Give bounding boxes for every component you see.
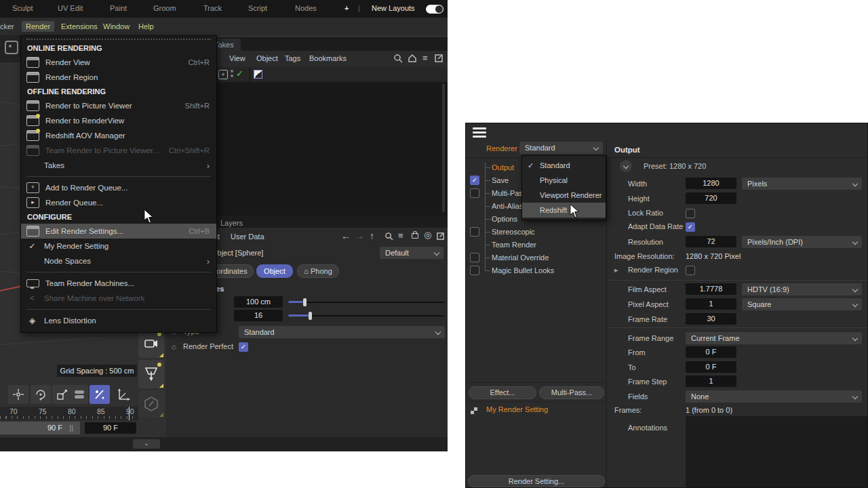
layout-tab-uvedit[interactable]: UV Edit [58, 4, 83, 12]
target-icon[interactable]: ◎ [424, 230, 431, 240]
om-home-icon[interactable] [408, 54, 417, 63]
new-layouts-toggle[interactable] [426, 5, 443, 14]
om-add-icon[interactable]: + [218, 70, 228, 79]
settings-item-save[interactable]: Save [492, 174, 509, 187]
radius-slider[interactable] [288, 302, 444, 303]
radius-field[interactable]: 100 cm [234, 296, 283, 308]
menu-extensions[interactable]: Extensions [57, 21, 102, 32]
menu-item-render-view[interactable]: Render ViewCtrl+R [21, 55, 216, 70]
option-viewport-renderer[interactable]: Viewport Renderer [522, 188, 606, 203]
playhead[interactable] [129, 407, 130, 420]
height-field[interactable]: 720 [686, 192, 736, 204]
resolution-unit-dropdown[interactable]: Pixels/Inch (DPI) [742, 236, 862, 248]
menu-item-render-queue[interactable]: ▸ Render Queue... [21, 195, 216, 210]
layout-tab-track[interactable]: Track [203, 4, 222, 12]
width-field[interactable]: 1280 [686, 178, 736, 189]
back-icon[interactable]: ← [341, 230, 351, 241]
width-unit-dropdown[interactable]: Pixels [742, 178, 862, 190]
resolution-field[interactable]: 72 [686, 236, 736, 247]
om-menu-bookmarks[interactable]: Bookmarks [309, 54, 347, 62]
from-field[interactable]: 0 F [686, 346, 736, 358]
hamburger-menu-icon[interactable] [473, 127, 486, 140]
menu-item-add-to-render-queue[interactable]: + Add to Render Queue... [21, 180, 216, 195]
layout-tab-groom[interactable]: Groom [153, 4, 176, 12]
menu-window[interactable]: Window [99, 21, 134, 32]
stereoscopic-checkbox[interactable] [470, 227, 479, 237]
material-override-checkbox[interactable] [470, 253, 479, 262]
tab-phong[interactable]: ⌂ Phong [297, 264, 339, 278]
enabled-check-icon[interactable]: ✓ [236, 68, 243, 79]
settings-item-output[interactable]: Output [492, 161, 514, 174]
up-icon[interactable]: ↑ [370, 230, 374, 241]
fields-dropdown[interactable]: None [686, 390, 862, 403]
scale-tool-icon[interactable] [52, 385, 73, 404]
effect-button[interactable]: Effect... [469, 386, 536, 399]
am-search-icon[interactable] [384, 231, 393, 241]
om-menu-tags[interactable]: Tags [285, 54, 300, 62]
preset-expand-button[interactable] [620, 160, 632, 172]
menu-item-lens-distortion[interactable]: ◈ Lens Distortion [21, 313, 216, 328]
mode-dropdown[interactable]: Default [380, 247, 443, 259]
layout-tab-script[interactable]: Script [248, 4, 267, 12]
segments-field[interactable]: 16 [234, 310, 283, 321]
film-aspect-dropdown[interactable]: HDTV (16:9) [742, 283, 862, 296]
menu-render[interactable]: Render [22, 21, 54, 32]
visibility-dot-icon[interactable] [231, 75, 233, 77]
snap-tool-icon[interactable] [90, 385, 110, 404]
frame-step-field[interactable]: 1 [686, 375, 736, 387]
pixel-aspect-field[interactable]: 1 [686, 298, 736, 310]
pixel-aspect-dropdown[interactable]: Square [742, 298, 862, 310]
render-region-checkbox[interactable] [686, 266, 695, 275]
magic-bullet-checkbox[interactable] [470, 266, 479, 275]
renderer-dropdown[interactable]: Standard [519, 142, 603, 154]
edit-tool-icon[interactable] [138, 390, 164, 418]
om-menu-view[interactable]: View [229, 54, 245, 62]
menu-item-edit-render-settings[interactable]: Edit Render Settings...Ctrl+B [21, 224, 216, 239]
layout-tab-nodes[interactable]: Nodes [295, 4, 317, 12]
object-list-area[interactable] [216, 82, 448, 216]
timeline-ruler[interactable]: 70 75 80 85 90 [0, 407, 138, 420]
menu-item-render-to-picture-viewer[interactable]: Render to Picture ViewerShift+R [21, 98, 216, 113]
settings-item-magic-bullet-looks[interactable]: Magic Bullet Looks [492, 264, 554, 277]
multipass-button[interactable]: Multi-Pass... [539, 386, 604, 399]
settings-item-stereoscopic[interactable]: Stereoscopic [492, 226, 535, 239]
menu-item-team-render-machines[interactable]: Team Render Machines... [21, 276, 216, 291]
preset-label[interactable]: Preset: 868 x 488 [644, 162, 706, 170]
end-frame-field[interactable]: 90 F [85, 422, 136, 434]
om-open-icon[interactable] [434, 54, 443, 63]
viewport-filter-icon[interactable] [5, 41, 18, 54]
menu-item-render-to-renderview[interactable]: Render to RenderView [21, 113, 216, 128]
lock-icon[interactable] [412, 233, 418, 239]
to-field[interactable]: 0 F [686, 361, 736, 373]
annotations-textarea[interactable] [686, 416, 867, 487]
settings-item-material-override[interactable]: Material Override [492, 251, 549, 264]
settings-item-options[interactable]: Options [492, 213, 517, 226]
tab-object[interactable]: Object [256, 264, 293, 278]
option-physical[interactable]: Physical [522, 173, 606, 188]
render-setting-button[interactable]: Render Setting... [468, 475, 605, 487]
new-layouts-label[interactable]: New Layouts [372, 4, 415, 12]
rotate-tool-icon[interactable] [31, 385, 51, 404]
modes-tool-icon[interactable] [71, 385, 88, 404]
om-filter-icon[interactable]: ≡ [422, 53, 428, 63]
render-perfect-checkbox[interactable]: ✓ [239, 342, 248, 352]
visibility-dot-icon[interactable] [231, 70, 233, 73]
om-search-icon[interactable] [393, 54, 403, 63]
frame-rate-field[interactable]: 30 [686, 313, 736, 325]
option-standard[interactable]: ✓Standard [522, 158, 606, 173]
menu-item-node-spaces[interactable]: Node Spaces› [21, 253, 216, 268]
adapt-data-rate-checkbox[interactable]: ✓ [686, 222, 695, 232]
am-open-icon[interactable] [436, 231, 445, 241]
layout-tab-sculpt[interactable]: Sculpt [12, 4, 33, 12]
save-checkbox[interactable]: ✓ [470, 176, 479, 185]
expander-triangle-icon[interactable]: ▸ [614, 266, 618, 274]
camera-tool-icon[interactable] [138, 329, 164, 358]
type-dropdown[interactable]: Standard [239, 326, 445, 338]
am-filter-icon[interactable]: ≡ [398, 230, 403, 241]
film-aspect-field[interactable]: 1.7778 [686, 283, 736, 295]
scrollbar[interactable] [442, 83, 445, 212]
frame-range-dropdown[interactable]: Current Frame [686, 332, 862, 344]
option-redshift[interactable]: Redshift [522, 203, 606, 218]
add-layout-button[interactable]: + [344, 4, 349, 12]
coordinates-tool-icon[interactable] [114, 385, 134, 404]
